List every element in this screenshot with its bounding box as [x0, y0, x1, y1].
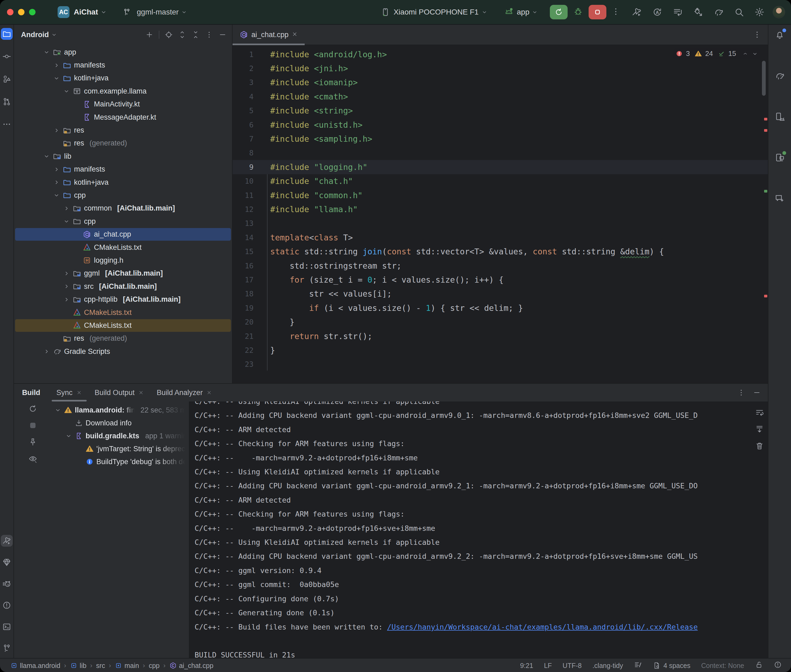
chevron-down-icon[interactable] — [63, 88, 70, 94]
navigation-breadcrumbs[interactable]: llama.android›lib›src›main›cpp›Cai_chat.… — [10, 662, 213, 670]
build-run-icon[interactable] — [632, 7, 642, 17]
clang-tidy-widget[interactable]: .clang-tidy — [592, 662, 623, 670]
run-button[interactable] — [550, 5, 568, 19]
code-line-12[interactable]: 12#include "llama.h" — [233, 202, 768, 216]
breadcrumb-cpp[interactable]: cpp — [149, 662, 160, 670]
editor-tab-ai-chat-cpp[interactable]: C ai_chat.cpp — [233, 25, 305, 45]
inspections-widget[interactable]: 32415 — [673, 48, 761, 59]
code-line-10[interactable]: 10#include "chat.h" — [233, 174, 768, 188]
next-problem-icon[interactable] — [752, 51, 758, 57]
locate-icon[interactable] — [165, 30, 173, 39]
hide-panel-icon[interactable] — [218, 30, 226, 39]
settings-icon[interactable] — [754, 7, 765, 17]
build-tree-row[interactable]: BuildType 'debug' is both debuggable — [14, 455, 189, 468]
reformat-widget[interactable] — [634, 661, 642, 670]
tree-item-lib[interactable]: lib — [14, 150, 232, 163]
code-line-14[interactable]: 14template<class T> — [233, 230, 768, 245]
chevron-down-icon[interactable] — [53, 192, 60, 199]
tree-item-ai-chat-cpp[interactable]: Cai_chat.cpp — [14, 228, 232, 241]
code-line-21[interactable]: 21 return str.str(); — [233, 329, 768, 343]
chevron-right-icon[interactable] — [63, 296, 70, 303]
error-stripe-mark[interactable] — [764, 118, 767, 120]
code-line-6[interactable]: 6#include <unistd.h> — [233, 118, 768, 132]
breadcrumb-lib[interactable]: lib — [70, 662, 87, 670]
code-line-4[interactable]: 4#include <cmath> — [233, 90, 768, 104]
chevron-down-icon[interactable] — [53, 75, 60, 82]
code-line-11[interactable]: 11#include "common.h" — [233, 188, 768, 202]
chevron-right-icon[interactable] — [53, 127, 60, 134]
tree-item-mainactivity-kt[interactable]: MainActivity.kt — [14, 98, 232, 111]
stripe-more[interactable] — [1, 118, 13, 130]
lock-widget[interactable] — [755, 661, 763, 670]
code-line-17[interactable]: 17 for (size_t i = 0; i < values.size();… — [233, 273, 768, 286]
tree-item-cpp[interactable]: cpp — [14, 189, 232, 202]
problems-widget[interactable] — [774, 661, 782, 670]
gradle-sync-icon[interactable] — [714, 7, 724, 17]
code-line-7[interactable]: 7#include <sampling.h> — [233, 132, 768, 146]
error-stripe-mark[interactable] — [764, 129, 767, 132]
chevron-right-icon[interactable] — [63, 205, 70, 212]
build-options-kebab-icon[interactable] — [737, 389, 745, 397]
stripe-notifications-bell[interactable] — [774, 29, 786, 41]
tree-item-cpp-httplib[interactable]: cpp-httplib[AiChat.lib.main] — [14, 293, 232, 306]
project-view-selector[interactable]: Android — [21, 30, 49, 39]
stripe-device-manager[interactable] — [774, 111, 786, 123]
editor-scrollbar[interactable] — [762, 61, 766, 96]
tree-item-com-example-llama[interactable]: com.example.llama — [14, 85, 232, 98]
stripe-build-hammer[interactable] — [1, 535, 13, 547]
encoding-widget[interactable]: UTF-8 — [563, 662, 582, 670]
build-tree-row[interactable]: Download info — [14, 416, 189, 429]
code-line-5[interactable]: 5#include <string> — [233, 104, 768, 118]
tree-item-src[interactable]: src[AiChat.lib.main] — [14, 280, 232, 293]
code-line-16[interactable]: 16 std::ostringstream str; — [233, 259, 768, 273]
caret-position-widget[interactable]: 9:21 — [520, 662, 533, 670]
breadcrumb-src[interactable]: src — [96, 662, 105, 670]
stripe-pull-requests[interactable] — [1, 96, 13, 107]
tree-item-kotlin-java[interactable]: kotlin+java — [14, 72, 232, 85]
stripe-running-devices[interactable] — [774, 152, 786, 163]
tree-item-cpp[interactable]: cpp — [14, 215, 232, 228]
tree-item-common[interactable]: common[AiChat.lib.main] — [14, 202, 232, 215]
minimize-window-button[interactable] — [18, 9, 24, 15]
tree-item-cmakelists-txt[interactable]: CMakeLists.txt — [14, 319, 232, 332]
expand-all-icon[interactable] — [178, 30, 186, 39]
console-clear-all[interactable] — [755, 441, 764, 451]
chevron-down-icon[interactable] — [43, 49, 50, 56]
avatar[interactable] — [773, 6, 785, 18]
add-icon[interactable] — [145, 30, 153, 39]
context-widget[interactable]: Context: None — [701, 662, 744, 670]
tree-item-kotlin-java[interactable]: kotlin+java — [14, 176, 232, 189]
stripe-terminal[interactable] — [1, 621, 13, 633]
line-ending-widget[interactable]: LF — [544, 662, 552, 670]
options-kebab-icon[interactable] — [205, 30, 213, 39]
breadcrumb-ai-chat-cpp[interactable]: Cai_chat.cpp — [169, 662, 213, 670]
close-icon[interactable] — [138, 390, 144, 395]
chevron-right-icon[interactable] — [63, 270, 70, 277]
tree-item-manifests[interactable]: manifests — [14, 163, 232, 176]
code-line-9[interactable]: 9#include "logging.h" — [233, 160, 768, 174]
collapse-all-icon[interactable] — [192, 30, 200, 39]
close-icon[interactable] — [292, 31, 298, 37]
code-line-2[interactable]: 2#include <jni.h> — [233, 61, 768, 75]
vcs-branch-widget[interactable]: ggml-master — [123, 8, 187, 16]
build-tab-build-analyzer[interactable]: Build Analyzer — [150, 384, 218, 402]
tree-item-cmakelists-txt[interactable]: CMakeLists.txt — [14, 306, 232, 319]
stripe-commit[interactable] — [1, 51, 13, 62]
chevron-right-icon[interactable] — [43, 348, 50, 355]
debug-button[interactable] — [573, 6, 583, 18]
build-tree-row[interactable]: llama.android: fin22 sec, 583 ms — [14, 404, 189, 416]
indent-widget[interactable]: 4 spaces — [653, 661, 690, 670]
build-tree-row[interactable]: 'jvmTarget: String' is deprecated — [14, 442, 189, 455]
code-line-15[interactable]: 15static std::string join(const std::vec… — [233, 245, 768, 258]
build-console[interactable]: C/C++: -- Using KleidiAI optimized kerne… — [189, 402, 768, 658]
tree-item-ggml[interactable]: ggml[AiChat.lib.main] — [14, 267, 232, 280]
chevron-right-icon[interactable] — [53, 179, 60, 186]
code-line-22[interactable]: 22} — [233, 343, 768, 357]
breadcrumb-main[interactable]: main — [115, 662, 139, 670]
close-icon[interactable] — [77, 390, 82, 395]
chevron-down-icon[interactable] — [43, 153, 50, 160]
chevron-down-icon[interactable] — [65, 432, 72, 439]
code-line-23[interactable]: 23 — [233, 357, 768, 371]
stripe-app-quality-gem[interactable] — [1, 556, 13, 568]
stripe-version-control[interactable] — [1, 642, 13, 654]
